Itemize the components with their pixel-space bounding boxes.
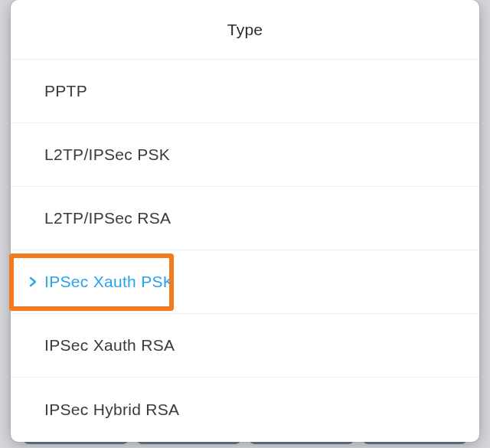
- type-option-label: IPSec Xauth PSK: [44, 273, 174, 291]
- modal-title: Type: [227, 21, 263, 39]
- type-option[interactable]: IPSec Xauth RSA: [11, 314, 479, 378]
- type-list: PPTPL2TP/IPSec PSKL2TP/IPSec RSAIPSec Xa…: [11, 60, 479, 442]
- type-picker-modal: Type PPTPL2TP/IPSec PSKL2TP/IPSec RSAIPS…: [11, 0, 479, 442]
- chevron-right-icon: [28, 276, 38, 287]
- type-option[interactable]: IPSec Hybrid RSA: [11, 378, 479, 441]
- type-option-label: IPSec Hybrid RSA: [44, 401, 179, 419]
- type-option-label: L2TP/IPSec RSA: [44, 209, 171, 227]
- type-option-label: PPTP: [44, 82, 87, 100]
- modal-header: Type: [11, 0, 479, 60]
- type-option[interactable]: PPTP: [11, 60, 479, 123]
- type-option[interactable]: L2TP/IPSec PSK: [11, 123, 479, 187]
- type-option[interactable]: IPSec Xauth PSK: [11, 250, 479, 314]
- type-option-label: L2TP/IPSec PSK: [44, 146, 170, 164]
- type-option-label: IPSec Xauth RSA: [44, 336, 175, 355]
- type-option[interactable]: L2TP/IPSec RSA: [11, 187, 479, 250]
